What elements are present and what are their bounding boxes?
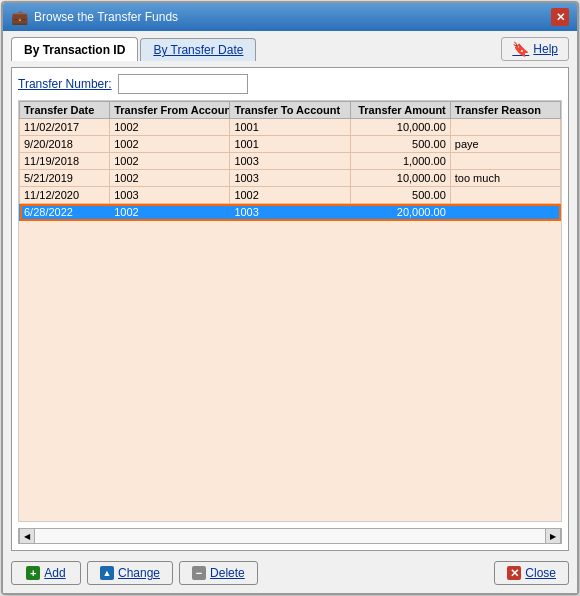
cell-amount: 10,000.00 [350, 170, 450, 187]
close-label: Close [525, 566, 556, 580]
cell-amount: 20,000.00 [350, 204, 450, 221]
cell-reason: paye [450, 136, 560, 153]
delete-label: Delete [210, 566, 245, 580]
cell-amount: 500.00 [350, 187, 450, 204]
cell-reason [450, 153, 560, 170]
title-bar: 💼 Browse the Transfer Funds ✕ [3, 3, 577, 31]
close-icon: ✕ [507, 566, 521, 580]
cell-reason [450, 187, 560, 204]
cell-date: 5/21/2019 [20, 170, 110, 187]
table-row[interactable]: 11/02/20171002100110,000.00 [20, 119, 561, 136]
help-button[interactable]: 🔖 Help [501, 37, 569, 61]
delete-icon: − [192, 566, 206, 580]
table-row[interactable]: 11/19/2018100210031,000.00 [20, 153, 561, 170]
change-button[interactable]: ▲ Change [87, 561, 173, 585]
cell-to: 1003 [230, 170, 350, 187]
tab-by-transfer-date[interactable]: By Transfer Date [140, 38, 256, 61]
cell-to: 1001 [230, 119, 350, 136]
cell-to: 1002 [230, 187, 350, 204]
transfer-number-row: Transfer Number: [18, 74, 562, 94]
tabs-help-row: By Transaction ID By Transfer Date 🔖 Hel… [11, 37, 569, 61]
table-row[interactable]: 9/20/201810021001500.00paye [20, 136, 561, 153]
window-body: By Transaction ID By Transfer Date 🔖 Hel… [3, 31, 577, 593]
cell-reason [450, 119, 560, 136]
cell-to: 1001 [230, 136, 350, 153]
cell-date: 9/20/2018 [20, 136, 110, 153]
cell-to: 1003 [230, 204, 350, 221]
add-label: Add [44, 566, 65, 580]
table-header-row: Transfer Date Transfer From Account Tran… [20, 102, 561, 119]
scroll-track[interactable] [35, 529, 545, 543]
cell-reason [450, 204, 560, 221]
change-label: Change [118, 566, 160, 580]
transfer-number-input[interactable] [118, 74, 248, 94]
col-header-reason: Transfer Reason [450, 102, 560, 119]
window-title: Browse the Transfer Funds [34, 10, 178, 24]
add-button[interactable]: + Add [11, 561, 81, 585]
cell-from: 1002 [110, 136, 230, 153]
cell-from: 1002 [110, 153, 230, 170]
cell-date: 11/19/2018 [20, 153, 110, 170]
cell-from: 1002 [110, 119, 230, 136]
main-window: 💼 Browse the Transfer Funds ✕ By Transac… [1, 1, 579, 595]
cell-amount: 10,000.00 [350, 119, 450, 136]
horizontal-scrollbar[interactable]: ◀ ▶ [18, 528, 562, 544]
window-close-button[interactable]: ✕ [551, 8, 569, 26]
table-row[interactable]: 6/28/20221002100320,000.00 [20, 204, 561, 221]
transfer-table: Transfer Date Transfer From Account Tran… [19, 101, 561, 221]
cell-amount: 500.00 [350, 136, 450, 153]
table-row[interactable]: 11/12/202010031002500.00 [20, 187, 561, 204]
cell-date: 6/28/2022 [20, 204, 110, 221]
tab-by-transaction-id[interactable]: By Transaction ID [11, 37, 138, 61]
change-icon: ▲ [100, 566, 114, 580]
cell-from: 1002 [110, 204, 230, 221]
help-icon: 🔖 [512, 41, 529, 57]
window-icon: 💼 [11, 9, 28, 25]
help-label: Help [533, 42, 558, 56]
tabs: By Transaction ID By Transfer Date [11, 37, 256, 61]
footer-left-buttons: + Add ▲ Change − Delete [11, 561, 258, 585]
cell-date: 11/02/2017 [20, 119, 110, 136]
table-row[interactable]: 5/21/20191002100310,000.00too much [20, 170, 561, 187]
transfer-number-label: Transfer Number: [18, 77, 112, 91]
delete-button[interactable]: − Delete [179, 561, 258, 585]
footer: + Add ▲ Change − Delete ✕ Close [11, 557, 569, 587]
cell-from: 1002 [110, 170, 230, 187]
cell-amount: 1,000.00 [350, 153, 450, 170]
col-header-date: Transfer Date [20, 102, 110, 119]
cell-reason: too much [450, 170, 560, 187]
col-header-amount: Transfer Amount [350, 102, 450, 119]
cell-to: 1003 [230, 153, 350, 170]
cell-from: 1003 [110, 187, 230, 204]
cell-date: 11/12/2020 [20, 187, 110, 204]
scroll-left-btn[interactable]: ◀ [19, 528, 35, 544]
content-panel: Transfer Number: Transfer Date Transfer … [11, 67, 569, 551]
col-header-from: Transfer From Account [110, 102, 230, 119]
add-icon: + [26, 566, 40, 580]
close-button[interactable]: ✕ Close [494, 561, 569, 585]
col-header-to: Transfer To Account [230, 102, 350, 119]
table-container: Transfer Date Transfer From Account Tran… [18, 100, 562, 522]
scroll-right-btn[interactable]: ▶ [545, 528, 561, 544]
